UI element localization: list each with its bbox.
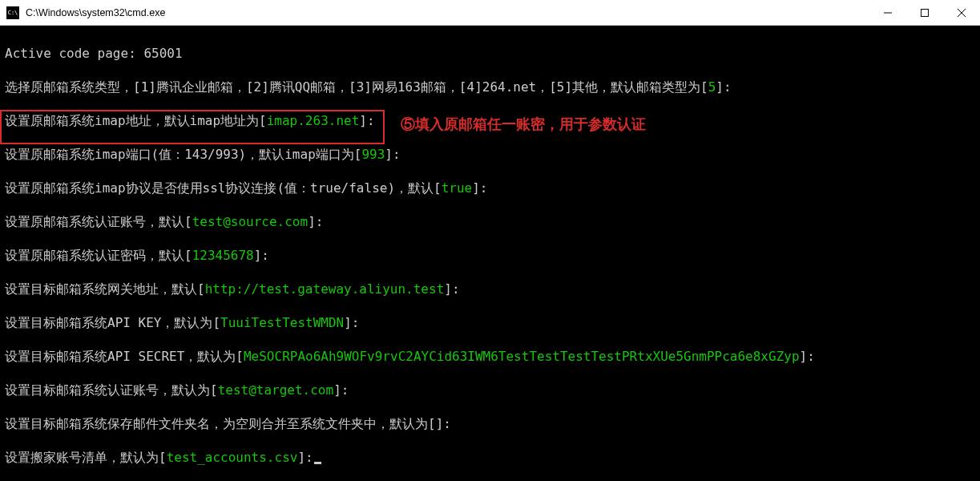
text-cursor bbox=[314, 462, 321, 464]
output-line: 设置原邮箱系统imap协议是否使用ssl协议连接(值：true/false)，默… bbox=[5, 180, 975, 196]
terminal-output[interactable]: Active code page: 65001 选择原邮箱系统类型，[1]腾讯企… bbox=[0, 26, 980, 481]
maximize-button[interactable] bbox=[906, 0, 943, 26]
minimize-button[interactable] bbox=[869, 0, 906, 26]
cmd-app-icon: C:\ bbox=[6, 6, 19, 19]
close-button[interactable] bbox=[943, 0, 980, 26]
window-titlebar: C:\ C:\Windows\system32\cmd.exe bbox=[0, 0, 980, 26]
window-controls bbox=[869, 0, 980, 26]
svg-rect-0 bbox=[922, 10, 929, 17]
window-title: C:\Windows\system32\cmd.exe bbox=[26, 7, 165, 18]
output-line: 设置目标邮箱系统认证账号，默认为[test@target.com]: bbox=[5, 382, 975, 398]
output-line: 选择原邮箱系统类型，[1]腾讯企业邮箱，[2]腾讯QQ邮箱，[3]网易163邮箱… bbox=[5, 79, 975, 95]
output-line: 设置目标邮箱系统保存邮件文件夹名，为空则合并至系统文件夹中，默认为[]: bbox=[5, 415, 975, 432]
output-line: Active code page: 65001 bbox=[5, 45, 975, 62]
output-line: 设置搬家账号清单，默认为[test_accounts.csv]: bbox=[5, 449, 975, 466]
output-line: 设置目标邮箱系统API SECRET，默认为[MeSOCRPAo6Ah9WOFv… bbox=[5, 348, 975, 365]
output-line: 设置原邮箱系统imap地址，默认imap地址为[imap.263.net]: bbox=[5, 112, 975, 129]
output-line: 设置原邮箱系统认证密码，默认[12345678]: bbox=[5, 247, 975, 264]
output-line: 设置原邮箱系统认证账号，默认[test@source.com]: bbox=[5, 213, 975, 230]
output-line: 设置目标邮箱系统API KEY，默认为[TuuiTestTestWMDN]: bbox=[5, 314, 975, 331]
output-line: 设置原邮箱系统imap端口(值：143/993)，默认imap端口为[993]: bbox=[5, 146, 975, 163]
output-line: 设置目标邮箱系统网关地址，默认[http://test.gateway.aliy… bbox=[5, 281, 975, 297]
